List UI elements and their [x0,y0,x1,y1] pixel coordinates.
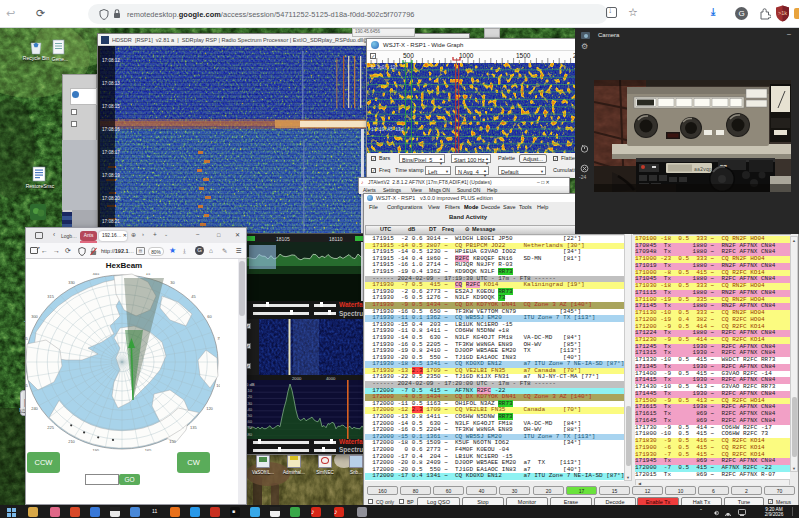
svg-text:270: 270 [24,360,25,365]
svg-text:255: 255 [24,383,29,388]
svg-text:45: 45 [191,294,196,299]
svg-text:135: 135 [190,425,197,430]
svg-text:60: 60 [207,314,212,319]
svg-text:17:19:45 13d: 17:19:45 13d [371,127,404,132]
svg-text:30: 30 [170,280,175,285]
svg-text:15: 15 [146,273,151,276]
svg-text:315: 315 [47,294,54,299]
svg-text:120: 120 [206,406,213,411]
svg-text:240: 240 [31,406,38,411]
svg-text:210: 210 [68,439,75,444]
svg-text:225: 225 [47,425,54,430]
svg-text:150: 150 [169,439,176,444]
svg-text:285: 285 [24,336,29,341]
svg-text:aa2vqp: aa2vqp [694,167,712,173]
svg-text:330: 330 [68,280,75,285]
svg-text:>1k: >1k [778,10,787,16]
svg-text:195: 195 [93,448,100,451]
svg-text:165: 165 [145,448,152,451]
svg-text:D:3g0( 13(: D:3g0( 13( [371,65,398,70]
svg-text:300: 300 [31,314,38,319]
svg-text:105: 105 [216,383,220,388]
svg-text:75: 75 [217,336,220,341]
svg-text:345: 345 [93,273,100,276]
